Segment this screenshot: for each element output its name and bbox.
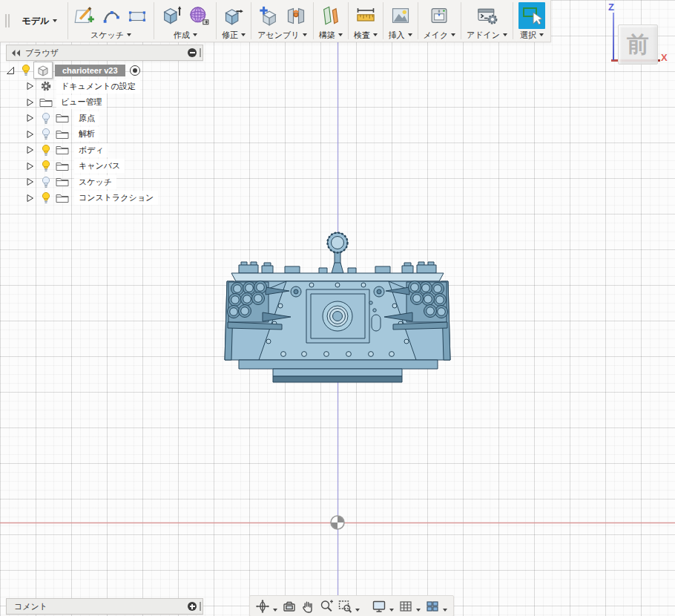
tree-row-root[interactable]: charioteer v23 bbox=[6, 62, 158, 79]
scripts-addins-icon[interactable] bbox=[475, 4, 499, 27]
expander-closed-icon[interactable] bbox=[26, 194, 38, 203]
folder-icon bbox=[53, 161, 71, 171]
expander-closed-icon[interactable] bbox=[26, 162, 38, 171]
arc-spline-icon[interactable] bbox=[100, 4, 122, 27]
tree-row-origin[interactable]: 原点 bbox=[6, 111, 158, 127]
browser-tree: charioteer v23 ドキュメントの設定 ビュー管理 bbox=[6, 62, 158, 206]
gear-icon bbox=[38, 80, 53, 92]
rectangle-icon[interactable] bbox=[126, 4, 148, 27]
workspace-dropdown[interactable]: モデル bbox=[12, 0, 67, 42]
panel-resize-grip[interactable] bbox=[200, 48, 201, 57]
add-comment-icon[interactable] bbox=[188, 602, 197, 611]
chevron-down-icon[interactable] bbox=[389, 609, 394, 612]
toolbar-label-create[interactable]: 作成 bbox=[174, 30, 197, 40]
chevron-down-icon bbox=[241, 33, 246, 36]
pan-icon[interactable] bbox=[300, 597, 316, 615]
toolbar-label-inspect[interactable]: 検査 bbox=[354, 30, 378, 40]
visibility-bulb-icon[interactable] bbox=[38, 144, 53, 157]
chevron-down-icon bbox=[451, 33, 455, 36]
origin-marker[interactable] bbox=[331, 516, 344, 529]
visibility-bulb-icon[interactable] bbox=[38, 128, 53, 140]
create-sketch-icon[interactable] bbox=[73, 4, 96, 27]
visibility-bulb-icon[interactable] bbox=[38, 191, 53, 204]
new-component-icon[interactable] bbox=[257, 4, 280, 27]
minimize-panel-icon[interactable] bbox=[188, 48, 197, 57]
tree-item-label[interactable]: 解析 bbox=[74, 127, 99, 141]
toolbar-label-sketch[interactable]: スケッチ bbox=[90, 30, 131, 40]
visibility-bulb-icon[interactable] bbox=[18, 64, 33, 76]
visibility-bulb-icon[interactable] bbox=[38, 160, 53, 172]
tree-item-label[interactable]: コンストラクション bbox=[74, 191, 158, 205]
chevron-down-icon[interactable] bbox=[355, 609, 360, 612]
tree-row-view-management[interactable]: ビュー管理 bbox=[6, 94, 158, 111]
toolbar-group-sketch: スケッチ bbox=[68, 0, 154, 42]
expander-closed-icon[interactable] bbox=[26, 130, 38, 139]
tree-row-canvases[interactable]: キャンバス bbox=[6, 158, 158, 174]
tree-item-label[interactable]: 原点 bbox=[74, 111, 99, 125]
toolbar-group-select: 選択 bbox=[513, 0, 550, 42]
comments-panel-header: コメント bbox=[6, 598, 203, 615]
orbit-icon[interactable] bbox=[254, 597, 271, 615]
folder-icon bbox=[53, 145, 71, 155]
toolbar-label-select[interactable]: 選択 bbox=[520, 30, 544, 40]
panel-resize-grip[interactable] bbox=[200, 602, 201, 611]
toolbar-label-construct[interactable]: 構築 bbox=[319, 30, 343, 40]
tree-item-label[interactable]: ドキュメントの設定 bbox=[56, 79, 140, 94]
viewports-icon[interactable] bbox=[424, 597, 441, 615]
insert-image-icon[interactable] bbox=[389, 4, 412, 27]
chevron-down-icon[interactable] bbox=[416, 609, 421, 612]
toolbar-label-addins[interactable]: アドイン bbox=[467, 30, 507, 40]
form-icon[interactable] bbox=[187, 4, 211, 27]
tree-row-construction[interactable]: コンストラクション bbox=[6, 190, 158, 206]
toolbar-label-insert[interactable]: 挿入 bbox=[389, 30, 412, 40]
chevron-down-icon[interactable] bbox=[443, 609, 447, 612]
3d-model-turret[interactable] bbox=[225, 233, 450, 383]
toolbar-group-construct: 構築 bbox=[314, 0, 348, 42]
toolbar-label-assemble[interactable]: アセンブリ bbox=[257, 30, 306, 40]
chevron-down-icon bbox=[408, 33, 412, 36]
extrude-icon[interactable] bbox=[159, 4, 183, 27]
viewcube-front-face[interactable]: 前 bbox=[618, 24, 658, 65]
tree-item-label[interactable]: ボディ bbox=[74, 143, 108, 157]
chevron-down-icon bbox=[127, 33, 131, 36]
folder-icon bbox=[53, 193, 71, 203]
tree-row-document-settings[interactable]: ドキュメントの設定 bbox=[6, 79, 158, 95]
toolbar-grip[interactable] bbox=[3, 0, 12, 42]
measure-icon[interactable] bbox=[354, 4, 378, 27]
expander-closed-icon[interactable] bbox=[26, 177, 38, 186]
tree-item-label[interactable]: スケッチ bbox=[74, 175, 116, 189]
select-window-icon[interactable] bbox=[518, 2, 545, 29]
folder-icon bbox=[53, 113, 71, 123]
browser-panel-title: ブラウザ bbox=[25, 47, 188, 59]
press-pull-icon[interactable] bbox=[222, 4, 246, 27]
visibility-bulb-icon[interactable] bbox=[38, 112, 53, 125]
tree-row-bodies[interactable]: ボディ bbox=[6, 142, 158, 159]
look-at-icon[interactable] bbox=[281, 597, 297, 615]
expander-closed-icon[interactable] bbox=[26, 114, 38, 122]
3d-print-icon[interactable] bbox=[427, 4, 451, 27]
viewcube-x-axis-label: X bbox=[661, 52, 668, 63]
viewcube-z-axis-label: Z bbox=[608, 1, 614, 13]
joint-icon[interactable] bbox=[284, 4, 308, 27]
display-settings-icon[interactable] bbox=[371, 597, 387, 615]
expander-closed-icon[interactable] bbox=[26, 98, 38, 107]
zoom-icon[interactable] bbox=[318, 597, 335, 615]
expander-closed-icon[interactable] bbox=[26, 145, 38, 154]
visibility-bulb-icon[interactable] bbox=[38, 176, 53, 189]
fit-window-zoom-icon[interactable] bbox=[337, 597, 353, 615]
toolbar-label-modify[interactable]: 修正 bbox=[222, 30, 246, 40]
expander-closed-icon[interactable] bbox=[26, 82, 38, 91]
tree-item-label[interactable]: ビュー管理 bbox=[56, 95, 107, 109]
chevron-down-icon[interactable] bbox=[273, 609, 277, 612]
construction-plane-icon[interactable] bbox=[319, 4, 343, 27]
document-root-label[interactable]: charioteer v23 bbox=[55, 65, 125, 76]
activate-component-radio[interactable] bbox=[130, 65, 140, 76]
collapse-panel-icon[interactable] bbox=[11, 49, 21, 57]
expander-open-icon[interactable] bbox=[6, 66, 18, 75]
tree-row-analysis[interactable]: 解析 bbox=[6, 126, 158, 142]
grid-settings-icon[interactable] bbox=[398, 597, 414, 615]
tree-item-label[interactable]: キャンバス bbox=[74, 159, 125, 173]
toolbar-label-make[interactable]: メイク bbox=[423, 30, 455, 40]
comments-panel-title: コメント bbox=[14, 601, 188, 612]
tree-row-sketches[interactable]: スケッチ bbox=[6, 174, 158, 191]
